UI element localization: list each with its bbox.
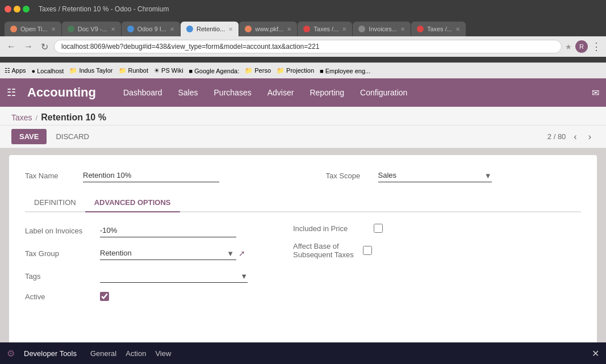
minimize-window-button[interactable] bbox=[14, 6, 20, 12]
tab-close-6[interactable]: ✕ bbox=[400, 26, 405, 32]
browser-tabs: Open Ti... ✕ Doc V9 -... ✕ Odoo 9 I... ✕… bbox=[0, 18, 606, 36]
reload-button[interactable]: ↻ bbox=[39, 40, 51, 53]
affect-base-labels: Affect Base of Subsequent Taxes bbox=[293, 242, 354, 259]
active-checkbox[interactable] bbox=[100, 292, 109, 301]
employee-bookmark[interactable]: ■ Employee eng... bbox=[320, 68, 370, 74]
right-fields-col: Included in Price Affect Base of Subsequ… bbox=[293, 224, 383, 301]
dev-tools-close[interactable]: ✕ bbox=[592, 348, 599, 359]
tags-row: Tags ▼ bbox=[25, 269, 248, 283]
label-invoices-input[interactable] bbox=[100, 224, 236, 237]
browser-tab-0[interactable]: Open Ti... ✕ bbox=[5, 22, 61, 36]
browser-tab-3[interactable]: Retentio... ✕ bbox=[181, 22, 239, 36]
top-nav: ☷ Accounting Dashboard Sales Purchases A… bbox=[0, 78, 606, 107]
prev-record-button[interactable]: ‹ bbox=[570, 131, 580, 143]
maximize-window-button[interactable] bbox=[23, 6, 30, 12]
tax-group-external-link-icon[interactable]: ➚ bbox=[239, 249, 245, 258]
address-bar[interactable]: localhost:8069/web?debug#id=438&view_typ… bbox=[54, 40, 562, 53]
action-bar: SAVE DISCARD 2 / 80 ‹ › bbox=[0, 125, 606, 148]
included-price-checkbox[interactable] bbox=[374, 224, 383, 233]
breadcrumb-separator: / bbox=[36, 114, 38, 122]
tax-name-input[interactable] bbox=[83, 169, 219, 182]
nav-sales[interactable]: Sales bbox=[172, 85, 205, 101]
mail-icon[interactable]: ✉ bbox=[592, 87, 599, 98]
apps-bookmark[interactable]: ☷ Apps bbox=[5, 67, 26, 74]
save-button[interactable]: SAVE bbox=[11, 129, 47, 144]
included-price-row: Included in Price bbox=[293, 224, 383, 233]
back-button[interactable]: ← bbox=[5, 40, 18, 53]
label-invoices-row: Label on Invoices bbox=[25, 224, 248, 237]
nav-purchases[interactable]: Purchases bbox=[207, 85, 258, 101]
runbot-bookmark[interactable]: 📁 Runbot bbox=[119, 67, 149, 74]
affect-base-checkbox[interactable] bbox=[363, 246, 372, 255]
tab-advanced-options[interactable]: ADVANCED OPTIONS bbox=[85, 194, 180, 212]
indus-taylor-bookmark[interactable]: 📁 Indus Taylor bbox=[69, 67, 112, 74]
window-title: Taxes / Retention 10 % - Odoo - Chromium bbox=[39, 5, 169, 13]
projection-bookmark[interactable]: 📁 Projection bbox=[277, 67, 314, 74]
url-text: localhost:8069/web?debug#id=438&view_typ… bbox=[61, 43, 554, 51]
bookmarks-bar: ☷ Apps ● Localhost 📁 Indus Taylor 📁 Runb… bbox=[0, 62, 606, 78]
label-invoices-label: Label on Invoices bbox=[25, 227, 93, 235]
nav-adviser[interactable]: Adviser bbox=[261, 85, 301, 101]
form-tabs: DEFINITION ADVANCED OPTIONS bbox=[25, 194, 581, 212]
tab-close-0[interactable]: ✕ bbox=[51, 26, 56, 32]
record-nav: 2 / 80 ‹ › bbox=[548, 131, 595, 143]
tax-scope-label: Tax Scope bbox=[326, 171, 371, 180]
browser-tab-4[interactable]: www.pkf... ✕ bbox=[239, 22, 297, 36]
dev-tools-action[interactable]: Action bbox=[126, 349, 146, 358]
tax-scope-select[interactable]: Sales Purchase None bbox=[378, 169, 492, 182]
tags-select[interactable] bbox=[100, 269, 248, 283]
dev-tools-title: Developer Tools bbox=[24, 349, 77, 358]
active-label: Active bbox=[25, 292, 93, 301]
dev-tools-view[interactable]: View bbox=[155, 349, 171, 358]
included-price-label: Included in Price bbox=[293, 224, 367, 233]
breadcrumb-current: Retention 10 % bbox=[41, 112, 106, 123]
tax-name-label: Tax Name bbox=[25, 171, 76, 180]
advanced-options-fields: Label on Invoices Tax Group Retention ▼ … bbox=[25, 224, 581, 301]
tax-group-select[interactable]: Retention bbox=[100, 246, 236, 260]
tax-group-label: Tax Group bbox=[25, 249, 93, 258]
nav-menu: Dashboard Sales Purchases Adviser Report… bbox=[116, 85, 414, 101]
tab-close-3[interactable]: ✕ bbox=[228, 26, 233, 32]
affect-base-row: Affect Base of Subsequent Taxes bbox=[293, 242, 383, 259]
ps-wiki-bookmark[interactable]: ☀ PS Wiki bbox=[154, 67, 183, 74]
browser-tab-6[interactable]: Invoices... ✕ bbox=[353, 22, 411, 36]
affect-base-label2: Subsequent Taxes bbox=[293, 250, 354, 259]
tab-close-1[interactable]: ✕ bbox=[111, 26, 115, 32]
forward-button[interactable]: → bbox=[22, 40, 35, 53]
tab-close-4[interactable]: ✕ bbox=[287, 26, 291, 32]
dev-tools-icon: ⚙ bbox=[7, 348, 15, 359]
menu-icon[interactable]: ⋮ bbox=[591, 40, 601, 53]
tags-label: Tags bbox=[25, 272, 93, 281]
google-agenda-bookmark[interactable]: ■ Google Agenda: bbox=[189, 68, 240, 74]
browser-tab-5[interactable]: Taxes /... ✕ bbox=[298, 22, 352, 36]
browser-tab-1[interactable]: Doc V9 -... ✕ bbox=[62, 22, 121, 36]
localhost-bookmark[interactable]: ● Localhost bbox=[32, 68, 64, 74]
perso-bookmark[interactable]: 📁 Perso bbox=[245, 67, 271, 74]
breadcrumb: Taxes / Retention 10 % bbox=[0, 107, 606, 125]
tab-close-7[interactable]: ✕ bbox=[455, 26, 460, 32]
browser-tab-2[interactable]: Odoo 9 I... ✕ bbox=[122, 22, 180, 36]
next-record-button[interactable]: › bbox=[585, 131, 595, 143]
active-row: Active bbox=[25, 292, 248, 301]
left-fields-col: Label on Invoices Tax Group Retention ▼ … bbox=[25, 224, 248, 301]
nav-configuration[interactable]: Configuration bbox=[353, 85, 414, 101]
close-window-button[interactable] bbox=[5, 6, 11, 12]
app-title: Accounting bbox=[27, 85, 96, 100]
star-icon[interactable]: ★ bbox=[565, 43, 572, 51]
browser-tab-7[interactable]: Taxes /... ✕ bbox=[411, 22, 466, 36]
tab-close-5[interactable]: ✕ bbox=[342, 26, 346, 32]
nav-dashboard[interactable]: Dashboard bbox=[116, 85, 169, 101]
tax-group-row: Tax Group Retention ▼ ➚ bbox=[25, 246, 248, 260]
tab-close-2[interactable]: ✕ bbox=[170, 26, 174, 32]
profile-icon[interactable]: R bbox=[575, 40, 588, 53]
dev-tools-general[interactable]: General bbox=[90, 349, 116, 358]
nav-reporting[interactable]: Reporting bbox=[303, 85, 351, 101]
affect-base-label: Affect Base of bbox=[293, 242, 354, 250]
grid-icon[interactable]: ☷ bbox=[7, 86, 16, 99]
form-card: Tax Name Tax Scope Sales Purchase None ▼ bbox=[9, 155, 597, 357]
developer-tools-bar: ⚙ Developer Tools General Action View ✕ bbox=[0, 342, 606, 364]
record-position: 2 / 80 bbox=[548, 132, 566, 141]
tab-definition[interactable]: DEFINITION bbox=[25, 194, 85, 211]
breadcrumb-link[interactable]: Taxes bbox=[11, 113, 32, 122]
discard-button[interactable]: DISCARD bbox=[51, 129, 94, 144]
